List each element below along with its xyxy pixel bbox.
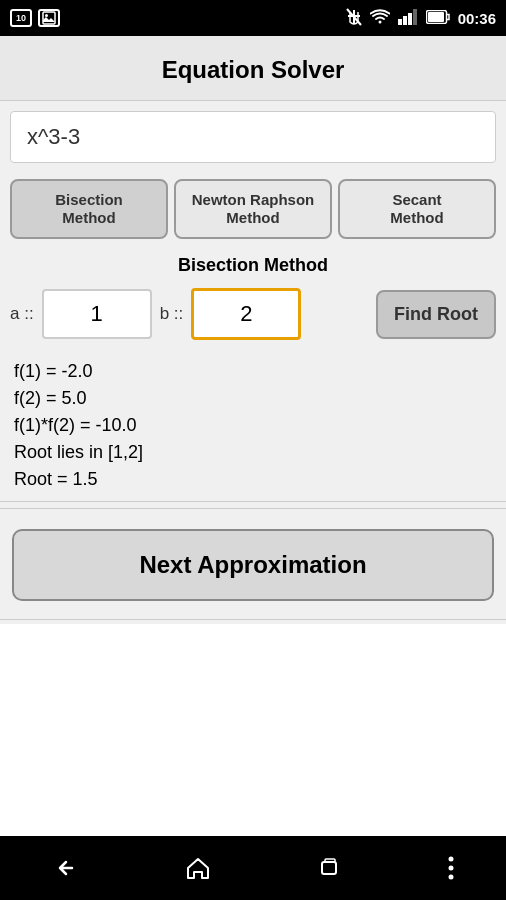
a-input[interactable] (42, 289, 152, 339)
status-bar-right: 00:36 (346, 8, 496, 29)
empty-space (0, 624, 506, 836)
next-approximation-button[interactable]: Next Approximation (12, 529, 494, 601)
svg-rect-6 (413, 9, 417, 25)
svg-rect-4 (403, 16, 407, 25)
nav-bar (0, 836, 506, 900)
battery-percent-label: 10 (16, 13, 26, 23)
svg-rect-0 (43, 12, 55, 24)
svg-rect-8 (428, 12, 444, 22)
svg-point-12 (449, 866, 454, 871)
input-row: a :: b :: Find Root (0, 282, 506, 346)
svg-point-1 (45, 14, 48, 17)
b-label: b :: (160, 304, 184, 324)
result-line-3: f(1)*f(2) = -10.0 (14, 412, 492, 439)
b-input[interactable] (191, 288, 301, 340)
back-button[interactable] (32, 844, 100, 892)
secant-method-button[interactable]: SecantMethod (338, 179, 496, 239)
main-content: Equation Solver BisectionMethod Newton R… (0, 36, 506, 836)
result-line-2: f(2) = 5.0 (14, 385, 492, 412)
results-area: f(1) = -2.0 f(2) = 5.0 f(1)*f(2) = -10.0… (0, 346, 506, 502)
svg-rect-5 (408, 13, 412, 25)
divider-2 (0, 619, 506, 620)
equation-input[interactable] (27, 124, 479, 150)
svg-rect-10 (325, 859, 335, 862)
find-root-button[interactable]: Find Root (376, 290, 496, 339)
result-line-5: Root = 1.5 (14, 466, 492, 493)
newton-raphson-method-button[interactable]: Newton RaphsonMethod (174, 179, 332, 239)
menu-button[interactable] (428, 844, 474, 892)
result-line-4: Root lies in [1,2] (14, 439, 492, 466)
signal-icon (398, 9, 418, 28)
time-display: 00:36 (458, 10, 496, 27)
svg-rect-9 (322, 862, 336, 874)
image-icon (38, 9, 60, 27)
app-title: Equation Solver (0, 36, 506, 101)
section-label: Bisection Method (0, 247, 506, 282)
home-button[interactable] (164, 844, 232, 892)
status-bar: 10 (0, 0, 506, 36)
svg-point-13 (449, 875, 454, 880)
method-buttons: BisectionMethod Newton RaphsonMethod Sec… (0, 171, 506, 247)
wifi-icon (370, 9, 390, 28)
mute-icon (346, 8, 362, 29)
bisection-method-button[interactable]: BisectionMethod (10, 179, 168, 239)
equation-input-area[interactable] (10, 111, 496, 163)
a-label: a :: (10, 304, 34, 324)
svg-rect-3 (398, 19, 402, 25)
battery-icon (426, 10, 450, 27)
status-bar-left: 10 (10, 9, 60, 27)
recents-button[interactable] (296, 844, 364, 892)
svg-point-11 (449, 857, 454, 862)
result-line-1: f(1) = -2.0 (14, 358, 492, 385)
divider-1 (0, 508, 506, 509)
battery-percent-icon: 10 (10, 9, 32, 27)
